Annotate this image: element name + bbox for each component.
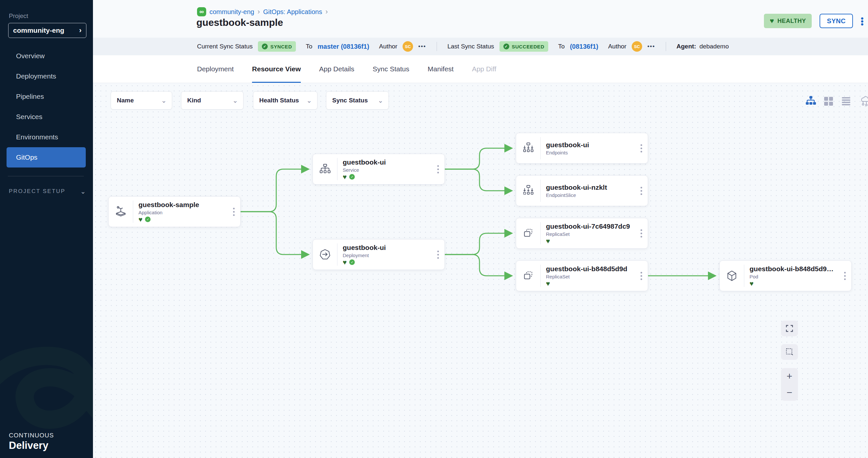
last-sync-status-label: Last Sync Status xyxy=(447,43,494,50)
marquee-select-button[interactable] xyxy=(781,344,798,360)
project-setup-toggle[interactable]: PROJECT SETUP ⌄ xyxy=(9,188,86,195)
sidebar-item-overview[interactable]: Overview xyxy=(6,46,86,66)
node-endpointslice-guestbook-ui-nzklt[interactable]: guestbook-ui-nzklt EndpointSlice ♥ ✓ xyxy=(516,175,648,206)
synced-badge: ✓ SYNCED xyxy=(258,41,296,52)
node-kind: Deployment xyxy=(343,253,431,258)
sidebar-nav: Overview Deployments Pipelines Services … xyxy=(0,46,93,167)
sidebar-item-environments[interactable]: Environments xyxy=(6,127,86,147)
tab-deployment[interactable]: Deployment xyxy=(197,55,234,83)
chevron-down-icon: ⌄ xyxy=(161,97,166,104)
chevron-down-icon: ⌄ xyxy=(306,97,312,104)
healthy-heart-icon: ♥ xyxy=(749,281,753,287)
node-kind: Endpoints xyxy=(546,150,634,155)
tab-manifest[interactable]: Manifest xyxy=(428,55,454,83)
healthy-heart-icon: ♥ xyxy=(343,174,347,180)
tab-bar: Deployment Resource View App Details Syn… xyxy=(93,55,868,83)
more-options-icon[interactable]: ••• xyxy=(418,43,426,50)
node-kind: ReplicaSet xyxy=(546,231,634,237)
healthy-heart-icon: ♥ xyxy=(138,217,143,223)
list-view-icon[interactable] xyxy=(840,96,851,107)
divider xyxy=(437,42,437,51)
pod-icon xyxy=(720,261,744,291)
node-application-guestbook-sample[interactable]: guestbook-sample Application ♥ ✓ xyxy=(108,196,241,227)
endpointslice-icon xyxy=(516,176,540,206)
sidebar: Project community-eng › Overview Deploym… xyxy=(0,0,93,458)
fullscreen-button[interactable] xyxy=(781,321,798,336)
more-options-icon[interactable]: ••• xyxy=(647,43,655,50)
heart-icon: ♥ xyxy=(770,17,774,25)
node-name: guestbook-ui-7c64987dc9 xyxy=(546,223,634,230)
sync-button[interactable]: SYNC xyxy=(819,14,853,28)
last-sync-commit-link[interactable]: (08136f1) xyxy=(570,43,598,51)
filter-sync-status[interactable]: Sync Status ⌄ xyxy=(326,91,389,109)
node-replicaset-guestbook-ui-7c64987dc9[interactable]: guestbook-ui-7c64987dc9 ReplicaSet ♥ ✓ xyxy=(516,218,648,249)
sidebar-item-gitops[interactable]: GitOps xyxy=(6,147,86,167)
synced-check-icon: ✓ xyxy=(349,174,355,179)
grid-view-icon[interactable] xyxy=(823,96,834,107)
breadcrumb-applications-link[interactable]: GitOps: Applications xyxy=(263,8,322,16)
agent-label: Agent: xyxy=(677,43,696,50)
node-menu-button[interactable] xyxy=(838,261,851,291)
node-menu-button[interactable] xyxy=(634,176,648,206)
replicaset-icon xyxy=(516,261,540,291)
node-deployment-guestbook-ui[interactable]: guestbook-ui Deployment ♥ ✓ xyxy=(313,239,445,270)
page-header: ∞ community-eng › GitOps: Applications ›… xyxy=(93,0,868,38)
node-menu-button[interactable] xyxy=(227,197,240,227)
agent-value: debademo xyxy=(700,43,729,50)
author-avatar[interactable]: SC xyxy=(403,41,413,52)
breadcrumb: ∞ community-eng › GitOps: Applications › xyxy=(197,7,328,17)
node-menu-button[interactable] xyxy=(634,218,648,248)
sidebar-divider xyxy=(8,176,84,176)
current-sync-commit-link[interactable]: master (08136f1) xyxy=(317,43,369,51)
resource-tree-canvas[interactable]: Name ⌄ Kind ⌄ Health Status ⌄ Sync Statu… xyxy=(93,83,868,458)
node-menu-button[interactable] xyxy=(431,239,444,269)
filter-name[interactable]: Name ⌄ xyxy=(111,91,172,109)
endpoints-icon xyxy=(516,133,540,163)
node-menu-button[interactable] xyxy=(431,154,444,184)
module-name: CONTINUOUS Delivery xyxy=(9,432,54,452)
author-avatar[interactable]: SC xyxy=(632,41,642,52)
page-title: guestbook-sample xyxy=(196,17,283,28)
zoom-in-button[interactable]: + xyxy=(781,368,798,384)
filter-health-status[interactable]: Health Status ⌄ xyxy=(253,91,317,109)
sidebar-item-deployments[interactable]: Deployments xyxy=(6,66,86,86)
tab-resource-view[interactable]: Resource View xyxy=(252,55,301,83)
current-sync-status-label: Current Sync Status xyxy=(197,43,253,50)
to-label: To xyxy=(558,43,565,50)
node-name: guestbook-sample xyxy=(138,201,227,209)
check-circle-icon: ✓ xyxy=(503,43,509,50)
tree-view-icon[interactable] xyxy=(805,96,816,107)
zoom-out-button[interactable]: − xyxy=(781,384,798,401)
breadcrumb-project-link[interactable]: community-eng xyxy=(210,8,254,16)
tab-sync-status[interactable]: Sync Status xyxy=(372,55,409,83)
gitops-logo-icon: ∞ xyxy=(197,7,206,17)
filter-kind[interactable]: Kind ⌄ xyxy=(181,91,244,109)
chevron-down-icon: ⌄ xyxy=(80,188,86,195)
healthy-heart-icon: ♥ xyxy=(546,281,550,287)
author-label: Author xyxy=(608,43,626,50)
to-label: To xyxy=(306,43,312,50)
node-name: guestbook-ui-b848d5d9d xyxy=(546,265,634,273)
cloud-view-icon[interactable] xyxy=(858,96,868,107)
succeeded-badge: ✓ SUCCEEDED xyxy=(499,41,549,52)
node-pod-guestbook-ui-b848d5d9[interactable]: guestbook-ui-b848d5d9… Pod ♥ ✓ xyxy=(719,260,851,291)
node-service-guestbook-ui[interactable]: guestbook-ui Service ♥ ✓ xyxy=(313,154,445,185)
node-menu-button[interactable] xyxy=(634,133,648,163)
chevron-right-icon: › xyxy=(79,26,82,35)
sidebar-item-services[interactable]: Services xyxy=(6,107,86,127)
more-options-icon[interactable]: • • • xyxy=(861,17,864,26)
chevron-right-icon: › xyxy=(257,7,260,16)
node-menu-button[interactable] xyxy=(634,261,648,291)
chevron-down-icon: ⌄ xyxy=(378,97,383,104)
tab-app-diff[interactable]: App Diff xyxy=(472,55,496,83)
fullscreen-icon xyxy=(785,324,794,333)
zoom-controls: + − xyxy=(781,368,798,401)
project-selector[interactable]: community-eng › xyxy=(8,23,86,38)
sync-status-bar: Current Sync Status ✓ SYNCED To master (… xyxy=(93,38,868,55)
tab-app-details[interactable]: App Details xyxy=(319,55,354,83)
divider xyxy=(666,42,666,51)
node-replicaset-guestbook-ui-b848d5d9d[interactable]: guestbook-ui-b848d5d9d ReplicaSet ♥ ✓ xyxy=(516,260,648,291)
node-kind: EndpointSlice xyxy=(546,192,634,198)
node-endpoints-guestbook-ui[interactable]: guestbook-ui Endpoints ♥ ✓ xyxy=(516,133,648,164)
sidebar-item-pipelines[interactable]: Pipelines xyxy=(6,86,86,107)
